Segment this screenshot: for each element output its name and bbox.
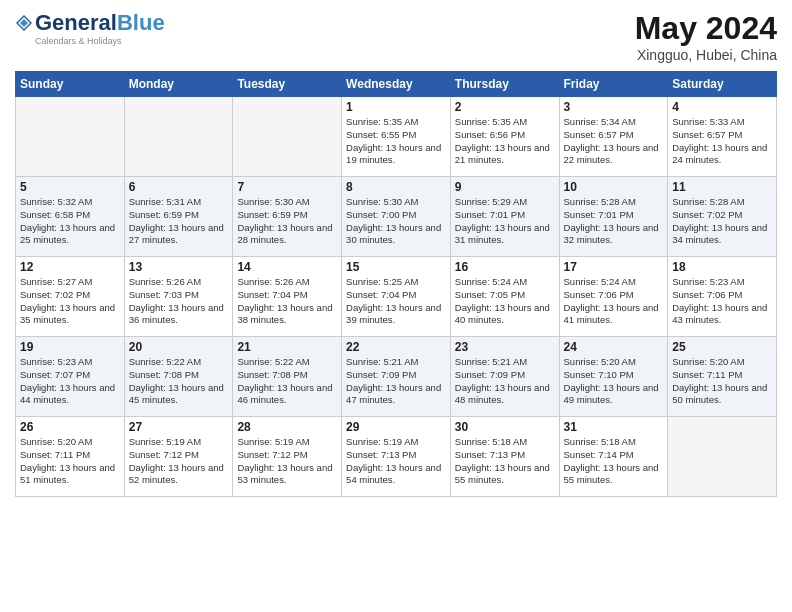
calendar-cell: 1Sunrise: 5:35 AM Sunset: 6:55 PM Daylig… — [342, 97, 451, 177]
calendar-cell: 12Sunrise: 5:27 AM Sunset: 7:02 PM Dayli… — [16, 257, 125, 337]
weekday-header-monday: Monday — [124, 72, 233, 97]
logo-tagline: Calendars & Holidays — [35, 36, 122, 46]
day-number: 11 — [672, 180, 772, 194]
calendar-week-3: 12Sunrise: 5:27 AM Sunset: 7:02 PM Dayli… — [16, 257, 777, 337]
day-number: 28 — [237, 420, 337, 434]
day-info: Sunrise: 5:19 AM Sunset: 7:12 PM Dayligh… — [129, 436, 229, 487]
day-number: 26 — [20, 420, 120, 434]
day-number: 5 — [20, 180, 120, 194]
day-info: Sunrise: 5:30 AM Sunset: 6:59 PM Dayligh… — [237, 196, 337, 247]
page-container: GeneralBlue Calendars & Holidays May 202… — [0, 0, 792, 507]
day-info: Sunrise: 5:19 AM Sunset: 7:13 PM Dayligh… — [346, 436, 446, 487]
calendar-cell: 22Sunrise: 5:21 AM Sunset: 7:09 PM Dayli… — [342, 337, 451, 417]
header: GeneralBlue Calendars & Holidays May 202… — [15, 10, 777, 63]
calendar-cell: 30Sunrise: 5:18 AM Sunset: 7:13 PM Dayli… — [450, 417, 559, 497]
day-number: 16 — [455, 260, 555, 274]
day-info: Sunrise: 5:35 AM Sunset: 6:56 PM Dayligh… — [455, 116, 555, 167]
calendar-cell: 9Sunrise: 5:29 AM Sunset: 7:01 PM Daylig… — [450, 177, 559, 257]
calendar-cell: 18Sunrise: 5:23 AM Sunset: 7:06 PM Dayli… — [668, 257, 777, 337]
day-info: Sunrise: 5:21 AM Sunset: 7:09 PM Dayligh… — [455, 356, 555, 407]
day-info: Sunrise: 5:20 AM Sunset: 7:11 PM Dayligh… — [672, 356, 772, 407]
location: Xingguo, Hubei, China — [635, 47, 777, 63]
calendar-cell: 26Sunrise: 5:20 AM Sunset: 7:11 PM Dayli… — [16, 417, 125, 497]
day-number: 25 — [672, 340, 772, 354]
day-info: Sunrise: 5:23 AM Sunset: 7:07 PM Dayligh… — [20, 356, 120, 407]
day-info: Sunrise: 5:19 AM Sunset: 7:12 PM Dayligh… — [237, 436, 337, 487]
calendar-cell: 10Sunrise: 5:28 AM Sunset: 7:01 PM Dayli… — [559, 177, 668, 257]
day-info: Sunrise: 5:25 AM Sunset: 7:04 PM Dayligh… — [346, 276, 446, 327]
day-info: Sunrise: 5:22 AM Sunset: 7:08 PM Dayligh… — [237, 356, 337, 407]
calendar-cell — [668, 417, 777, 497]
day-info: Sunrise: 5:27 AM Sunset: 7:02 PM Dayligh… — [20, 276, 120, 327]
day-info: Sunrise: 5:23 AM Sunset: 7:06 PM Dayligh… — [672, 276, 772, 327]
calendar-cell: 17Sunrise: 5:24 AM Sunset: 7:06 PM Dayli… — [559, 257, 668, 337]
calendar-cell: 5Sunrise: 5:32 AM Sunset: 6:58 PM Daylig… — [16, 177, 125, 257]
calendar-cell: 28Sunrise: 5:19 AM Sunset: 7:12 PM Dayli… — [233, 417, 342, 497]
day-number: 20 — [129, 340, 229, 354]
day-number: 6 — [129, 180, 229, 194]
weekday-header-wednesday: Wednesday — [342, 72, 451, 97]
calendar-cell: 6Sunrise: 5:31 AM Sunset: 6:59 PM Daylig… — [124, 177, 233, 257]
day-number: 13 — [129, 260, 229, 274]
day-number: 7 — [237, 180, 337, 194]
day-number: 10 — [564, 180, 664, 194]
calendar-week-2: 5Sunrise: 5:32 AM Sunset: 6:58 PM Daylig… — [16, 177, 777, 257]
day-number: 14 — [237, 260, 337, 274]
calendar-cell: 19Sunrise: 5:23 AM Sunset: 7:07 PM Dayli… — [16, 337, 125, 417]
calendar-cell: 8Sunrise: 5:30 AM Sunset: 7:00 PM Daylig… — [342, 177, 451, 257]
day-number: 17 — [564, 260, 664, 274]
day-info: Sunrise: 5:32 AM Sunset: 6:58 PM Dayligh… — [20, 196, 120, 247]
day-info: Sunrise: 5:28 AM Sunset: 7:02 PM Dayligh… — [672, 196, 772, 247]
day-info: Sunrise: 5:20 AM Sunset: 7:11 PM Dayligh… — [20, 436, 120, 487]
day-info: Sunrise: 5:31 AM Sunset: 6:59 PM Dayligh… — [129, 196, 229, 247]
calendar-cell: 13Sunrise: 5:26 AM Sunset: 7:03 PM Dayli… — [124, 257, 233, 337]
calendar-cell: 15Sunrise: 5:25 AM Sunset: 7:04 PM Dayli… — [342, 257, 451, 337]
day-info: Sunrise: 5:26 AM Sunset: 7:04 PM Dayligh… — [237, 276, 337, 327]
calendar-cell — [16, 97, 125, 177]
day-number: 18 — [672, 260, 772, 274]
title-block: May 2024 Xingguo, Hubei, China — [635, 10, 777, 63]
day-number: 30 — [455, 420, 555, 434]
day-info: Sunrise: 5:28 AM Sunset: 7:01 PM Dayligh… — [564, 196, 664, 247]
day-number: 27 — [129, 420, 229, 434]
calendar-cell: 3Sunrise: 5:34 AM Sunset: 6:57 PM Daylig… — [559, 97, 668, 177]
calendar-cell: 27Sunrise: 5:19 AM Sunset: 7:12 PM Dayli… — [124, 417, 233, 497]
calendar-table: SundayMondayTuesdayWednesdayThursdayFrid… — [15, 71, 777, 497]
day-info: Sunrise: 5:30 AM Sunset: 7:00 PM Dayligh… — [346, 196, 446, 247]
calendar-cell: 14Sunrise: 5:26 AM Sunset: 7:04 PM Dayli… — [233, 257, 342, 337]
day-number: 12 — [20, 260, 120, 274]
day-number: 1 — [346, 100, 446, 114]
day-number: 31 — [564, 420, 664, 434]
day-info: Sunrise: 5:21 AM Sunset: 7:09 PM Dayligh… — [346, 356, 446, 407]
calendar-week-5: 26Sunrise: 5:20 AM Sunset: 7:11 PM Dayli… — [16, 417, 777, 497]
day-info: Sunrise: 5:18 AM Sunset: 7:13 PM Dayligh… — [455, 436, 555, 487]
day-info: Sunrise: 5:24 AM Sunset: 7:05 PM Dayligh… — [455, 276, 555, 327]
day-number: 24 — [564, 340, 664, 354]
calendar-cell — [124, 97, 233, 177]
calendar-cell: 23Sunrise: 5:21 AM Sunset: 7:09 PM Dayli… — [450, 337, 559, 417]
day-info: Sunrise: 5:20 AM Sunset: 7:10 PM Dayligh… — [564, 356, 664, 407]
day-number: 3 — [564, 100, 664, 114]
day-number: 19 — [20, 340, 120, 354]
month-year: May 2024 — [635, 10, 777, 47]
day-number: 9 — [455, 180, 555, 194]
day-number: 22 — [346, 340, 446, 354]
calendar-cell: 25Sunrise: 5:20 AM Sunset: 7:11 PM Dayli… — [668, 337, 777, 417]
day-info: Sunrise: 5:35 AM Sunset: 6:55 PM Dayligh… — [346, 116, 446, 167]
calendar-cell: 31Sunrise: 5:18 AM Sunset: 7:14 PM Dayli… — [559, 417, 668, 497]
calendar-cell: 24Sunrise: 5:20 AM Sunset: 7:10 PM Dayli… — [559, 337, 668, 417]
day-number: 29 — [346, 420, 446, 434]
day-number: 2 — [455, 100, 555, 114]
calendar-cell: 21Sunrise: 5:22 AM Sunset: 7:08 PM Dayli… — [233, 337, 342, 417]
logo-text: GeneralBlue — [35, 10, 165, 36]
day-number: 23 — [455, 340, 555, 354]
weekday-header-sunday: Sunday — [16, 72, 125, 97]
day-number: 4 — [672, 100, 772, 114]
logo-icon — [15, 14, 33, 32]
calendar-cell: 29Sunrise: 5:19 AM Sunset: 7:13 PM Dayli… — [342, 417, 451, 497]
calendar-cell: 2Sunrise: 5:35 AM Sunset: 6:56 PM Daylig… — [450, 97, 559, 177]
day-info: Sunrise: 5:26 AM Sunset: 7:03 PM Dayligh… — [129, 276, 229, 327]
day-info: Sunrise: 5:34 AM Sunset: 6:57 PM Dayligh… — [564, 116, 664, 167]
logo: GeneralBlue Calendars & Holidays — [15, 10, 165, 46]
day-info: Sunrise: 5:33 AM Sunset: 6:57 PM Dayligh… — [672, 116, 772, 167]
